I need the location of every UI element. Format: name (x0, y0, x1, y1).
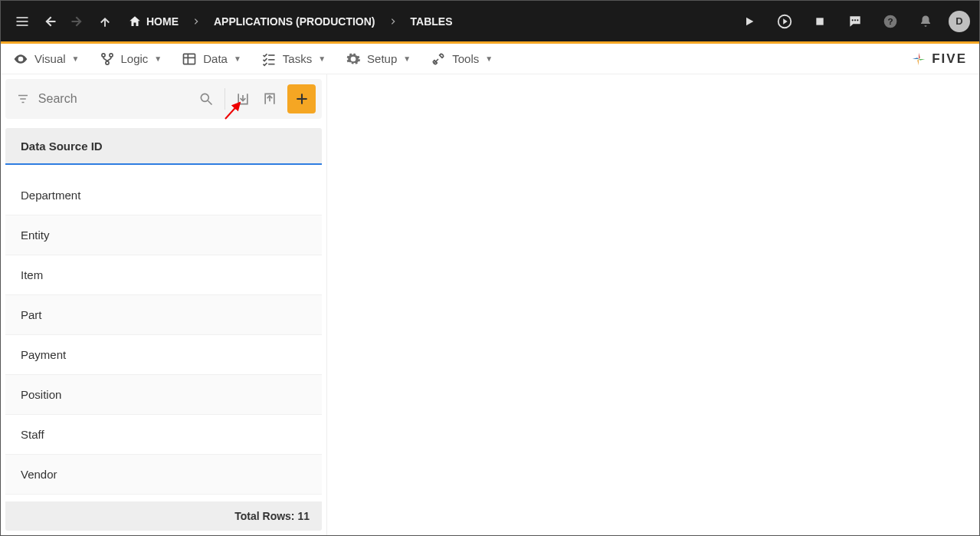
svg-point-16 (101, 53, 104, 56)
svg-rect-9 (816, 18, 823, 25)
column-header-label: Data Source ID (21, 140, 103, 153)
chevron-down-icon: ▼ (318, 54, 326, 63)
table-row-label: Item (21, 268, 43, 281)
breadcrumb-separator-icon (386, 18, 400, 25)
svg-marker-6 (746, 17, 753, 25)
footer-count: 11 (297, 510, 310, 522)
svg-point-10 (852, 19, 854, 21)
brand-logo: FIVE (910, 51, 967, 67)
chevron-down-icon: ▼ (234, 54, 241, 63)
table-row-label: Payment (21, 348, 66, 361)
checklist-icon (261, 51, 277, 67)
nav-up-icon[interactable] (93, 9, 117, 34)
table-row[interactable]: Part (5, 295, 322, 335)
avatar-initial: D (955, 15, 962, 27)
filter-icon[interactable] (11, 87, 35, 111)
search-input[interactable] (38, 92, 192, 106)
svg-point-17 (109, 53, 112, 56)
breadcrumb-tables[interactable]: TABLES (403, 15, 461, 28)
chat-icon[interactable] (843, 9, 867, 34)
svg-point-28 (202, 94, 209, 101)
menu-label: Tasks (283, 52, 312, 65)
svg-point-12 (857, 19, 858, 21)
menu-logic[interactable]: Logic▼ (100, 51, 162, 67)
menu-data[interactable]: Data▼ (182, 51, 241, 67)
chevron-down-icon: ▼ (485, 54, 493, 63)
table-row-label: Vendor (21, 468, 57, 481)
svg-point-15 (19, 58, 21, 60)
menubar: Visual▼ Logic▼ Data▼ Tasks▼ Setup▼ Tools… (1, 44, 979, 74)
run-play-icon[interactable] (737, 9, 762, 34)
menu-label: Tools (452, 52, 479, 65)
search-row (5, 79, 322, 119)
left-panel: Data Source ID DepartmentEntityItemPartP… (1, 74, 327, 535)
svg-rect-19 (184, 54, 195, 64)
table-row[interactable]: Payment (5, 335, 322, 375)
table-row-label: Staff (21, 428, 44, 441)
breadcrumb-label: TABLES (411, 15, 453, 28)
menu-visual[interactable]: Visual▼ (13, 51, 80, 67)
table-row-label: Position (21, 388, 61, 401)
branch-icon (100, 51, 115, 67)
chevron-down-icon: ▼ (72, 54, 80, 63)
chevron-down-icon: ▼ (403, 54, 411, 63)
import-icon[interactable] (231, 87, 255, 111)
help-icon[interactable]: ? (878, 9, 903, 34)
table-row[interactable]: Item (5, 255, 322, 295)
separator (225, 88, 225, 110)
debug-run-icon[interactable] (772, 9, 797, 34)
eye-icon (13, 51, 28, 67)
gear-icon (346, 51, 361, 67)
breadcrumb-applications[interactable]: APPLICATIONS (PRODUCTION) (206, 15, 383, 28)
main-content (327, 74, 979, 535)
svg-point-18 (105, 61, 108, 64)
menu-setup[interactable]: Setup▼ (346, 51, 411, 67)
menu-tools[interactable]: Tools▼ (431, 51, 493, 67)
table-row[interactable]: Position (5, 375, 322, 415)
nav-forward-icon (65, 9, 90, 34)
menu-label: Setup (367, 52, 397, 65)
topbar: HOME APPLICATIONS (PRODUCTION) TABLES (1, 1, 979, 41)
footer-label: Total Rows: (234, 510, 294, 522)
brand-mark-icon (910, 51, 927, 67)
stop-icon[interactable] (808, 9, 832, 34)
add-button[interactable] (287, 84, 316, 113)
table-list[interactable]: DepartmentEntityItemPartPaymentPositionS… (5, 165, 322, 501)
menu-label: Visual (34, 52, 66, 65)
search-icon[interactable] (195, 87, 218, 111)
svg-text:?: ? (887, 16, 893, 26)
notifications-icon[interactable] (913, 9, 938, 34)
table-icon (182, 51, 197, 67)
home-icon (128, 15, 142, 28)
table-row-label: Entity (21, 229, 50, 242)
column-header[interactable]: Data Source ID (5, 128, 322, 165)
brand-text: FIVE (932, 51, 967, 67)
svg-line-29 (208, 101, 212, 105)
table-row[interactable]: Staff (5, 415, 322, 455)
table-row-label: Part (21, 308, 42, 321)
menu-tasks[interactable]: Tasks▼ (261, 51, 326, 67)
svg-marker-8 (783, 18, 787, 24)
export-icon[interactable] (258, 87, 282, 111)
breadcrumb-home[interactable]: HOME (120, 15, 186, 28)
menu-label: Data (203, 52, 228, 65)
nav-back-icon[interactable] (38, 9, 62, 34)
wrench-icon (431, 51, 446, 67)
svg-point-11 (854, 19, 856, 21)
breadcrumb-label: APPLICATIONS (PRODUCTION) (214, 15, 375, 28)
menu-label: Logic (121, 52, 149, 65)
plus-icon (294, 91, 310, 107)
table-row-label: Department (21, 189, 80, 202)
avatar[interactable]: D (949, 11, 970, 32)
table-row[interactable]: Entity (5, 215, 322, 255)
list-footer: Total Rows: 11 (5, 501, 322, 531)
hamburger-menu-icon[interactable] (10, 9, 34, 34)
breadcrumb-separator-icon (189, 18, 203, 25)
breadcrumb-label: HOME (146, 15, 179, 28)
table-row[interactable]: Department (5, 176, 322, 215)
table-row[interactable]: Vendor (5, 455, 322, 495)
chevron-down-icon: ▼ (154, 54, 162, 63)
